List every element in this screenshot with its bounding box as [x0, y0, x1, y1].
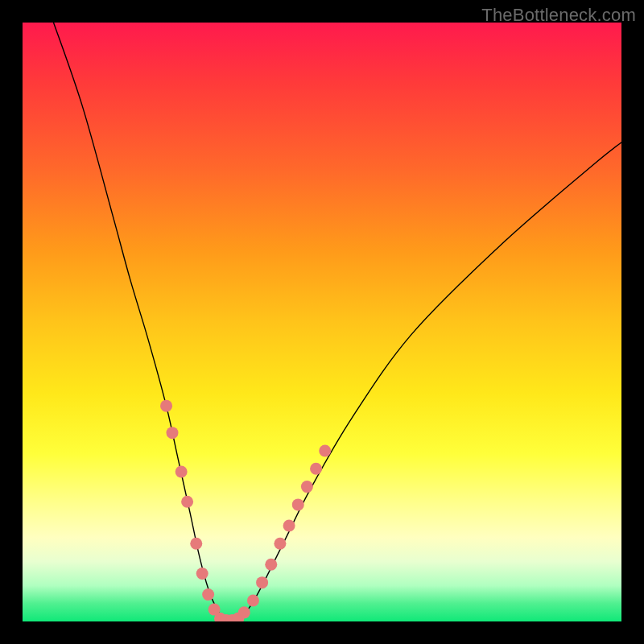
- marker-dot: [256, 576, 268, 588]
- marker-dot: [238, 606, 250, 618]
- marker-dot: [310, 463, 322, 475]
- highlight-markers: [160, 400, 331, 621]
- marker-dot: [190, 538, 202, 550]
- marker-dot: [247, 594, 259, 606]
- watermark-text: TheBottleneck.com: [481, 5, 636, 26]
- curve-svg: [23, 23, 621, 621]
- marker-dot: [196, 568, 208, 580]
- marker-dot: [283, 519, 295, 531]
- bottleneck-curve: [52, 23, 621, 621]
- marker-dot: [181, 496, 193, 508]
- marker-dot: [167, 427, 179, 439]
- marker-dot: [301, 481, 313, 493]
- marker-dot: [274, 538, 286, 550]
- marker-dot: [292, 498, 304, 510]
- marker-dot: [319, 444, 331, 456]
- marker-dot: [160, 400, 172, 412]
- chart-frame: TheBottleneck.com: [0, 0, 644, 644]
- marker-dot: [202, 588, 214, 601]
- marker-dot: [175, 466, 188, 478]
- marker-dot: [265, 559, 277, 571]
- plot-area: [23, 23, 621, 621]
